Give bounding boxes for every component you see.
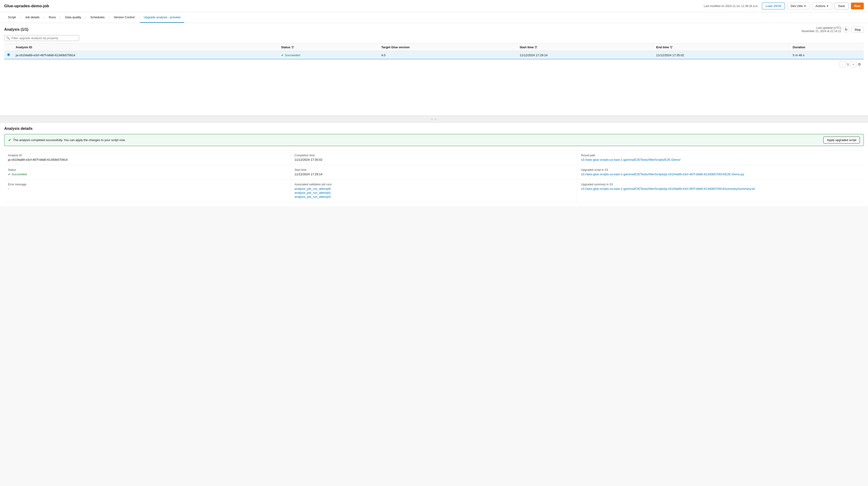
analysis-title: Analysis (1/1) bbox=[4, 27, 28, 32]
load-json-button[interactable]: Load JSON bbox=[762, 3, 785, 9]
analysis-panel-header: Analysis (1/1) Last updated (UTC) Novemb… bbox=[4, 26, 864, 33]
validation-job-link-0[interactable]: analysis_job_run_attempt0 bbox=[294, 187, 573, 191]
prev-page-button[interactable]: ‹ bbox=[840, 61, 846, 67]
save-button[interactable]: Save bbox=[835, 3, 848, 9]
row-radio-cell bbox=[4, 51, 13, 59]
search-icon: 🔍 bbox=[6, 36, 10, 40]
last-updated-text: Last updated (UTC) November 21, 2024 at … bbox=[802, 26, 841, 33]
nav-tabs: Script | Job details | Runs | Data quali… bbox=[0, 12, 868, 23]
row-analysis-id: ja-c6104a89-e3cf-487f-b8d0-61340b570914 bbox=[13, 51, 278, 59]
row-duration: 5 m 48 s bbox=[790, 51, 864, 59]
top-header: Glue-uprades-demo-job Last modified on 2… bbox=[0, 0, 868, 12]
completion-time-cell: Completion time 11/12/2024 17:35:02 bbox=[291, 150, 577, 165]
last-updated-value: November 21, 2024 at 21:14:11 bbox=[802, 30, 841, 33]
analysis-panel: Analysis (1/1) Last updated (UTC) Novemb… bbox=[0, 23, 868, 116]
settings-icon[interactable]: ⚙ bbox=[858, 62, 861, 66]
upgraded-summary-cell: Upgraded summary in S3 s3://aws-glue-scr… bbox=[577, 179, 864, 202]
apply-upgraded-script-button[interactable]: Apply upgraded script bbox=[823, 137, 860, 143]
row-glue-version: 4.0 bbox=[378, 51, 517, 59]
tab-schedules[interactable]: Schedules bbox=[87, 12, 108, 23]
tab-job-details[interactable]: Job details bbox=[21, 12, 43, 23]
analysis-id-cell: Analysis ID ja-c6104a89-e3cf-487f-b8d0-6… bbox=[4, 150, 291, 165]
tab-data-quality[interactable]: Data quality bbox=[61, 12, 85, 23]
completion-time-label: Completion time bbox=[294, 154, 573, 157]
divider-handle[interactable]: = = bbox=[0, 116, 868, 123]
col-analysis-id: Analysis ID bbox=[13, 44, 278, 51]
filter-input[interactable] bbox=[11, 36, 77, 40]
error-message-label: Error message bbox=[8, 183, 287, 186]
table-row[interactable]: ja-c6104a89-e3cf-487f-b8d0-61340b570914 … bbox=[4, 51, 864, 59]
validation-job-link-1[interactable]: analysis_job_run_attempt1 bbox=[294, 191, 573, 195]
error-message-value: - bbox=[8, 187, 287, 191]
chevron-down-icon: ▼ bbox=[826, 5, 829, 7]
job-title: Glue-uprades-demo-job bbox=[4, 4, 49, 8]
run-button[interactable]: Run bbox=[851, 3, 864, 9]
status-label: Status bbox=[8, 168, 287, 172]
last-updated-label: Last updated (UTC) bbox=[816, 26, 841, 30]
status-cell: Status ✔ Succeeded bbox=[4, 165, 291, 179]
status-text: Succeeded bbox=[12, 172, 27, 176]
stop-button[interactable]: Stop bbox=[851, 27, 864, 33]
upgraded-summary-label: Upgraded summary in S3 bbox=[581, 183, 860, 186]
main-content: Analysis (1/1) Last updated (UTC) Novemb… bbox=[0, 23, 868, 206]
validation-jobs-label: Associated validation job runs bbox=[294, 183, 573, 186]
validation-job-link-2[interactable]: analysis_job_run_attempt2 bbox=[294, 195, 573, 198]
dev-utils-label: Dev Utils bbox=[791, 4, 803, 8]
col-start-time: Start time▽ bbox=[517, 44, 653, 51]
next-page-button[interactable]: › bbox=[850, 61, 856, 67]
success-banner-left: ✔ The analysis completed successfully. Y… bbox=[8, 138, 125, 142]
col-select bbox=[4, 44, 13, 51]
col-duration: Duration bbox=[790, 44, 864, 51]
chevron-down-icon: ▼ bbox=[804, 5, 806, 7]
upgraded-summary-link[interactable]: s3://aws-glue-scripts-us-east-1-gamma/E2… bbox=[581, 187, 755, 191]
actions-label: Actions bbox=[815, 4, 826, 8]
analysis-id-value: ja-c6104a89-e3cf-487f-b8d0-61340b570914 bbox=[8, 158, 287, 162]
details-title: Analysis details bbox=[4, 126, 864, 131]
row-select-radio[interactable] bbox=[7, 53, 10, 56]
status-value-detail: ✔ Succeeded bbox=[8, 172, 287, 176]
tab-upgrade-analysis[interactable]: Upgrade analysis - preview bbox=[140, 12, 184, 23]
sort-icon: ▽ bbox=[291, 46, 294, 49]
tab-runs[interactable]: Runs bbox=[45, 12, 59, 23]
success-banner: ✔ The analysis completed successfully. Y… bbox=[4, 134, 864, 146]
filter-input-wrap: 🔍 bbox=[4, 35, 79, 41]
error-message-cell: Error message - bbox=[4, 179, 291, 202]
sort-icon: ▽ bbox=[670, 46, 672, 49]
pagination-row: ‹ 1 › ⚙ bbox=[4, 59, 864, 69]
analysis-id-label: Analysis ID bbox=[8, 154, 287, 157]
validation-jobs-cell: Associated validation job runs analysis_… bbox=[291, 179, 577, 202]
completion-time-value: 11/12/2024 17:35:02 bbox=[294, 158, 573, 162]
col-target-glue: Target Glue version bbox=[378, 44, 517, 51]
result-path-label: Result path bbox=[581, 154, 860, 157]
upgraded-script-link[interactable]: s3://aws-glue-scripts-us-east-1-gamma/E2… bbox=[581, 172, 744, 176]
result-path-cell: Result path s3://aws-glue-scripts-us-eas… bbox=[577, 150, 864, 165]
tab-version-control[interactable]: Version Control bbox=[110, 12, 138, 23]
divider-icon: = = bbox=[431, 117, 437, 121]
empty-space bbox=[4, 69, 864, 116]
start-time-cell: Start time 11/12/2024 17:29:14 bbox=[291, 165, 577, 179]
page-number: 1 bbox=[847, 63, 849, 66]
success-check-icon: ✔ bbox=[8, 138, 11, 142]
analysis-header-right: Last updated (UTC) November 21, 2024 at … bbox=[802, 26, 864, 33]
status-check-icon: ✔ bbox=[8, 172, 10, 176]
analysis-table: Analysis ID Status▽ Target Glue version … bbox=[4, 44, 864, 59]
result-path-link[interactable]: s3://aws-glue-scripts-us-east-1-gamma/E2… bbox=[581, 158, 681, 162]
sort-icon: ▽ bbox=[535, 46, 537, 49]
dev-utils-button[interactable]: Dev Utils ▼ bbox=[787, 3, 810, 9]
status-value: Succeeded bbox=[285, 53, 300, 57]
header-right: Last modified on 2024-11-14, 11:38:18 a.… bbox=[704, 3, 864, 9]
col-status: Status▽ bbox=[278, 44, 378, 51]
upgraded-script-label: Upgraded script in S3 bbox=[581, 168, 860, 172]
analysis-details: Analysis details ✔ The analysis complete… bbox=[0, 123, 868, 206]
validation-jobs-links: analysis_job_run_attempt0 analysis_job_r… bbox=[294, 187, 573, 198]
tab-script[interactable]: Script bbox=[4, 12, 20, 23]
start-time-label: Start time bbox=[294, 168, 573, 172]
col-end-time: End time▽ bbox=[653, 44, 790, 51]
row-start-time: 11/12/2024 17:29:14 bbox=[517, 51, 653, 59]
refresh-button[interactable]: ↻ bbox=[843, 26, 849, 33]
row-end-time: 11/12/2024 17:35:02 bbox=[653, 51, 790, 59]
last-modified-text: Last modified on 2024-11-14, 11:38:18 a.… bbox=[704, 4, 758, 8]
success-message: The analysis completed successfully. You… bbox=[13, 138, 125, 142]
table-header-row: Analysis ID Status▽ Target Glue version … bbox=[4, 44, 864, 51]
actions-button[interactable]: Actions ▼ bbox=[812, 3, 832, 9]
